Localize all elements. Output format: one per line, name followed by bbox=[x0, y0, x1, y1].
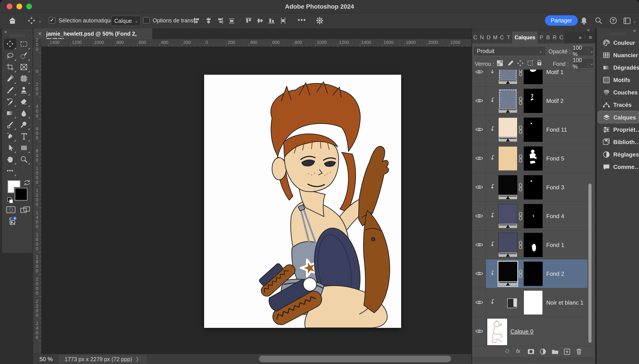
layer-name[interactable]: Calque 0 bbox=[510, 328, 533, 335]
lasso-tool[interactable] bbox=[4, 50, 17, 62]
panel-tab-4[interactable]: C bbox=[499, 32, 505, 44]
mask-link-icon[interactable] bbox=[518, 154, 523, 163]
layer-thumbnail[interactable] bbox=[498, 175, 517, 200]
layer-visibility-toggle[interactable] bbox=[472, 230, 485, 259]
quick-selection-tool[interactable] bbox=[18, 50, 30, 62]
pen-tool[interactable] bbox=[4, 130, 17, 142]
brush-tool[interactable] bbox=[4, 84, 17, 96]
home-icon[interactable] bbox=[8, 16, 17, 26]
tool-preset-chevron-icon[interactable]: ⌄ bbox=[38, 18, 42, 23]
layer-row-calque-0[interactable]: Calque 0 bbox=[472, 317, 595, 346]
add-mask-icon[interactable] bbox=[527, 348, 535, 356]
dock-item-couches[interactable]: Couches bbox=[598, 86, 639, 98]
layer-row-fond-1[interactable]: Fond 1 bbox=[472, 230, 595, 259]
layer-thumbnail[interactable] bbox=[498, 70, 517, 84]
dock-item-propri-t-[interactable]: Propriét… bbox=[598, 123, 639, 136]
layer-visibility-toggle[interactable] bbox=[472, 288, 485, 317]
layer-name[interactable]: Fond 2 bbox=[546, 270, 564, 277]
layer-visibility-toggle[interactable] bbox=[472, 144, 485, 173]
quick-mask-icon[interactable] bbox=[6, 206, 16, 214]
help-icon[interactable]: ? bbox=[609, 16, 618, 26]
document-tab[interactable]: × jamie_hewlett.psd @ 50% (Fond 2, RVB/8… bbox=[34, 28, 152, 39]
layer-name[interactable]: Motif 2 bbox=[546, 98, 563, 104]
layer-mask-thumbnail[interactable] bbox=[524, 175, 543, 200]
panel-tab-2[interactable]: D bbox=[485, 32, 492, 44]
layer-name[interactable]: Fond 11 bbox=[546, 126, 567, 133]
document-info-box[interactable]: 1773 px x 2279 px (72 ppp) 〉 bbox=[59, 355, 147, 363]
layer-visibility-toggle[interactable] bbox=[472, 115, 485, 144]
more-options-icon[interactable]: ••• bbox=[298, 16, 306, 24]
collapse-right-dock-icon[interactable]: « bbox=[633, 28, 636, 34]
panel-tab-r3[interactable]: C bbox=[558, 32, 564, 44]
dock-item-comme-[interactable]: Comme… bbox=[598, 160, 639, 173]
screen-mode-icon[interactable] bbox=[20, 206, 31, 215]
mask-link-icon[interactable] bbox=[518, 70, 523, 76]
frame-tool[interactable] bbox=[18, 62, 30, 73]
panel-tab-r0[interactable]: P bbox=[538, 32, 544, 44]
hand-tool[interactable] bbox=[4, 154, 17, 165]
mask-link-icon[interactable] bbox=[518, 96, 523, 105]
mask-link-icon[interactable] bbox=[518, 212, 523, 220]
default-colors-icon[interactable] bbox=[7, 197, 14, 204]
layers-scrollbar[interactable] bbox=[588, 184, 591, 343]
layer-row-fond-3[interactable]: Fond 3 bbox=[472, 173, 595, 202]
gradient-tool[interactable] bbox=[4, 108, 17, 119]
layers-panel-grip[interactable]: |||||| bbox=[472, 357, 595, 362]
dodge-tool[interactable] bbox=[18, 119, 30, 130]
status-chevron-icon[interactable]: 〉 bbox=[136, 355, 141, 363]
align-justify-icon[interactable] bbox=[228, 17, 236, 26]
layer-mask-thumbnail[interactable] bbox=[524, 70, 543, 84]
layer-row-fond-5[interactable]: Fond 5 bbox=[472, 144, 595, 173]
blend-mode-dropdown[interactable]: Produit ⌄ bbox=[473, 46, 546, 56]
panel-overflow-icon[interactable]: » bbox=[579, 34, 581, 40]
panel-tab-r2[interactable]: R bbox=[552, 32, 558, 44]
eyedropper-tool[interactable] bbox=[4, 73, 17, 84]
align-right-icon[interactable] bbox=[216, 17, 224, 26]
layer-thumbnail[interactable] bbox=[498, 89, 517, 113]
dock-item-biblioth-[interactable]: Biblioth… bbox=[598, 136, 639, 148]
group-folder-icon[interactable] bbox=[551, 348, 559, 356]
path-selection-tool[interactable] bbox=[4, 142, 17, 154]
move-tool[interactable] bbox=[4, 38, 17, 50]
layer-mask-thumbnail[interactable] bbox=[524, 146, 543, 171]
crop-tool[interactable] bbox=[4, 62, 17, 73]
mask-link-icon[interactable] bbox=[518, 183, 523, 192]
zoom-level-field[interactable]: 50 % bbox=[40, 356, 53, 363]
adjustment-layer-icon[interactable] bbox=[507, 298, 517, 308]
canvas-page[interactable] bbox=[204, 75, 401, 328]
vertical-ruler[interactable]: 2000200400600800100012001400160018002000… bbox=[33, 46, 42, 354]
trash-icon[interactable] bbox=[575, 348, 583, 356]
layer-thumbnail[interactable] bbox=[498, 146, 517, 171]
tab-calques[interactable]: Calques bbox=[512, 32, 538, 44]
dock-item-d-grad-s[interactable]: Dégradés bbox=[598, 61, 639, 74]
share-button[interactable]: Partager bbox=[545, 15, 578, 26]
layer-row-motif-1[interactable]: Motif 1 bbox=[472, 70, 595, 86]
gear-icon[interactable] bbox=[315, 16, 325, 26]
mask-link-icon[interactable] bbox=[518, 125, 523, 134]
layer-mask-thumbnail[interactable] bbox=[524, 204, 543, 228]
layer-row-fond-11[interactable]: Fond 11 bbox=[472, 115, 595, 144]
lock-transparency-icon[interactable] bbox=[496, 60, 504, 68]
fx-icon[interactable]: fx bbox=[515, 348, 523, 356]
dock-item-couleur[interactable]: Couleur bbox=[598, 36, 639, 49]
healing-patch-tool[interactable] bbox=[18, 73, 30, 84]
notifications-bell-icon[interactable] bbox=[579, 16, 588, 26]
zoom-tool[interactable] bbox=[18, 154, 30, 165]
panel-tab-r1[interactable]: B bbox=[545, 32, 551, 44]
panel-tab-1[interactable]: N bbox=[479, 32, 485, 44]
horizontal-ruler[interactable]: 1400120010008006004002000200400600800100… bbox=[41, 39, 471, 47]
auto-select-checkbox[interactable] bbox=[49, 17, 56, 24]
eraser-tool[interactable] bbox=[18, 96, 30, 108]
marquee-tool[interactable] bbox=[18, 38, 30, 50]
layer-thumbnail[interactable] bbox=[498, 118, 517, 142]
layer-name[interactable]: Fond 5 bbox=[546, 155, 564, 162]
transform-controls-checkbox[interactable] bbox=[143, 17, 150, 24]
lock-pixels-icon[interactable] bbox=[507, 60, 514, 68]
layer-visibility-toggle[interactable] bbox=[472, 259, 485, 288]
auto-select-target-dropdown[interactable]: Calque ⌄ bbox=[111, 16, 141, 26]
blur-tool[interactable] bbox=[18, 108, 30, 119]
new-layer-icon[interactable] bbox=[563, 348, 571, 356]
layer-name[interactable]: Fond 4 bbox=[546, 213, 564, 220]
panel-tab-0[interactable]: C bbox=[472, 32, 478, 44]
toolbar-grip[interactable]: |||||||||| bbox=[10, 34, 26, 38]
